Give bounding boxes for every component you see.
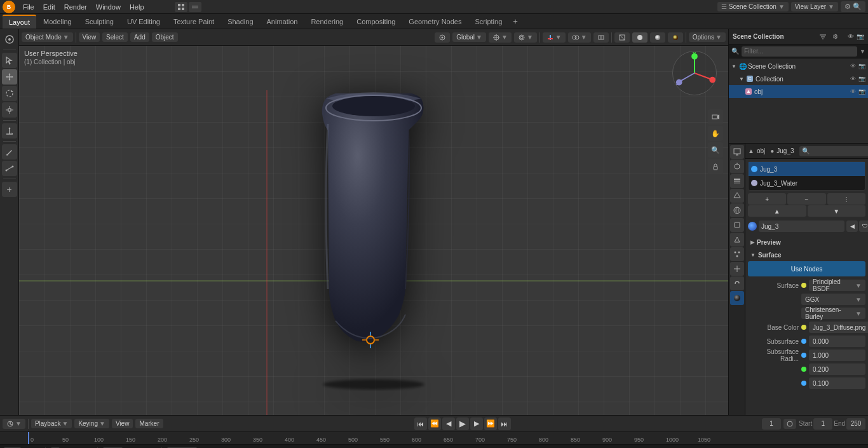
object-mode-button[interactable]: Object Mode ▼ bbox=[22, 32, 73, 42]
prop-tab-output[interactable] bbox=[730, 160, 744, 173]
toolbar-icon-1[interactable] bbox=[175, 2, 187, 12]
menu-file[interactable]: File bbox=[19, 2, 38, 12]
add-object-tool[interactable]: + bbox=[2, 182, 17, 197]
tab-scripting[interactable]: Scripting bbox=[468, 15, 508, 29]
subsurface-radius-g-value[interactable]: 0.200 bbox=[809, 363, 865, 375]
outliner-row-scene-collection[interactable]: ▼ 🌐 Scene Collection 👁 📷 bbox=[729, 60, 868, 72]
obj-eye-icon[interactable]: 👁 bbox=[850, 88, 856, 95]
jump-prev-keyframe-button[interactable]: ⏪ bbox=[428, 417, 441, 430]
zoom-view-button[interactable]: 🔍 bbox=[708, 142, 723, 158]
vp-select-button[interactable]: Select bbox=[102, 32, 128, 42]
properties-search-input[interactable] bbox=[799, 146, 868, 156]
material-browse-button[interactable]: ◀ bbox=[846, 221, 858, 232]
vp-view-button[interactable]: View bbox=[79, 32, 100, 42]
viewport-mode-icon[interactable] bbox=[2, 32, 17, 47]
xray-button[interactable] bbox=[593, 32, 609, 43]
view-layer-selector[interactable]: View Layer ▼ bbox=[791, 2, 838, 11]
tab-shading[interactable]: Shading bbox=[221, 15, 259, 29]
base-color-value[interactable]: Jug_3_Diffuse.png bbox=[809, 322, 868, 333]
end-frame-input[interactable] bbox=[846, 418, 865, 430]
ggx-dropdown[interactable]: GGX ▼ bbox=[801, 294, 865, 305]
outliner-dropdown-arrow[interactable]: ▼ bbox=[860, 48, 865, 55]
outliner-row-collection[interactable]: ▼ C Collection 👁 📷 bbox=[729, 72, 868, 85]
obj-render-icon[interactable]: 📷 bbox=[858, 88, 865, 95]
blender-logo[interactable]: B bbox=[3, 1, 15, 13]
toolbar-icon-2[interactable] bbox=[189, 2, 201, 12]
jump-end-button[interactable]: ⏭ bbox=[498, 417, 511, 430]
tab-compositing[interactable]: Compositing bbox=[350, 15, 402, 29]
prop-tab-world[interactable] bbox=[730, 203, 744, 217]
outliner-search-input[interactable] bbox=[742, 46, 857, 57]
timeline-mode-button[interactable]: ▼ bbox=[3, 419, 25, 429]
tab-rendering[interactable]: Rendering bbox=[304, 15, 349, 29]
outliner-filter-icon[interactable] bbox=[818, 32, 828, 42]
material-slot-add-button[interactable]: + bbox=[748, 193, 786, 205]
timeline-ruler[interactable]: 0 50 100 150 200 250 300 350 400 450 500… bbox=[0, 431, 868, 444]
start-frame-input[interactable] bbox=[813, 418, 832, 430]
playback-button[interactable]: Playback ▼ bbox=[31, 419, 72, 428]
add-workspace-button[interactable]: + bbox=[509, 15, 522, 27]
measure-tool[interactable] bbox=[2, 161, 17, 176]
search-icon[interactable]: 🔍 bbox=[853, 3, 862, 11]
outliner-hide-icon[interactable]: 👁 bbox=[848, 33, 854, 40]
tab-layout[interactable]: Layout bbox=[3, 15, 36, 29]
material-slot-up-button[interactable]: ▲ bbox=[748, 205, 806, 217]
tab-modeling[interactable]: Modeling bbox=[37, 15, 78, 29]
prop-tab-material[interactable] bbox=[730, 291, 744, 305]
viewport-canvas[interactable]: User Perspective (1) Collection | obj bbox=[19, 46, 728, 415]
jump-next-keyframe-button[interactable]: ⏩ bbox=[484, 417, 497, 430]
marker-button[interactable]: Marker bbox=[135, 419, 163, 428]
scene-render-icon[interactable]: 📷 bbox=[858, 63, 865, 69]
current-frame-input[interactable] bbox=[762, 418, 781, 430]
rendered-mode-button[interactable] bbox=[668, 32, 683, 43]
tab-geometry-nodes[interactable]: Geometry Nodes bbox=[402, 15, 468, 29]
snap-button[interactable]: ▼ bbox=[489, 32, 512, 43]
material-slot-jug3[interactable]: Jug_3 bbox=[749, 162, 865, 176]
step-forward-button[interactable]: ▶ bbox=[470, 417, 483, 430]
jump-start-button[interactable]: ⏮ bbox=[414, 417, 427, 430]
tab-animation[interactable]: Animation bbox=[261, 15, 304, 29]
prop-tab-constraints[interactable] bbox=[730, 276, 744, 290]
subsurface-method-dropdown[interactable]: Christensen-Burley ▼ bbox=[801, 308, 865, 319]
material-slot-context-button[interactable]: ⋮ bbox=[827, 193, 865, 205]
prop-tab-view-layer[interactable] bbox=[730, 174, 744, 188]
transform-tool[interactable] bbox=[2, 123, 17, 139]
proportional-button[interactable]: ▼ bbox=[514, 32, 537, 43]
gear-icon[interactable]: ⚙ bbox=[844, 3, 851, 11]
viewport[interactable]: Object Mode ▼ View Select Add Object Glo… bbox=[19, 29, 728, 415]
cursor-tool[interactable] bbox=[2, 53, 17, 68]
material-preview-button[interactable] bbox=[650, 32, 665, 43]
gizmo-circle[interactable]: Y X Z bbox=[672, 51, 717, 95]
navigation-gizmo[interactable]: Y X Z bbox=[672, 51, 723, 102]
scene-eye-icon[interactable]: 👁 bbox=[850, 63, 856, 69]
prop-tab-physics[interactable] bbox=[730, 262, 744, 276]
collection-render-icon[interactable]: 📷 bbox=[858, 76, 865, 82]
prop-tab-modifier[interactable] bbox=[730, 233, 744, 247]
material-protect-icon[interactable]: 🛡 bbox=[859, 221, 868, 232]
use-nodes-button[interactable]: Use Nodes bbox=[748, 261, 865, 276]
wireframe-mode-button[interactable] bbox=[614, 32, 630, 43]
pivot-button[interactable] bbox=[435, 32, 450, 43]
prop-tab-scene[interactable] bbox=[730, 189, 744, 203]
step-back-button[interactable]: ◀ bbox=[442, 417, 455, 430]
section-preview[interactable]: ▶ Preview bbox=[748, 236, 865, 248]
scale-tool[interactable] bbox=[2, 102, 17, 118]
annotate-tool[interactable] bbox=[2, 144, 17, 160]
transform-space-button[interactable]: Global ▼ bbox=[452, 32, 486, 42]
outliner-row-obj[interactable]: ▲ obj 👁 📷 bbox=[729, 85, 868, 98]
tab-uv-editing[interactable]: UV Editing bbox=[121, 15, 166, 29]
subsurface-radius-b-value[interactable]: 0.100 bbox=[809, 377, 865, 389]
menu-help[interactable]: Help bbox=[126, 2, 148, 12]
material-slot-down-button[interactable]: ▼ bbox=[808, 205, 866, 217]
prop-tab-particles[interactable] bbox=[730, 247, 744, 261]
options-button[interactable]: Options ▼ bbox=[689, 32, 726, 42]
scene-selector[interactable]: ☰ Scene Collection ▼ bbox=[717, 2, 789, 11]
outliner-render-icon[interactable]: 📷 bbox=[857, 33, 864, 40]
menu-render[interactable]: Render bbox=[60, 2, 91, 12]
tab-texture-paint[interactable]: Texture Paint bbox=[167, 15, 220, 29]
menu-window[interactable]: Window bbox=[92, 2, 125, 12]
pan-view-button[interactable]: ✋ bbox=[708, 126, 723, 141]
overlay-button[interactable]: ▼ bbox=[568, 32, 591, 43]
material-slot-remove-button[interactable]: − bbox=[787, 193, 825, 205]
prop-tab-render[interactable] bbox=[730, 145, 744, 159]
